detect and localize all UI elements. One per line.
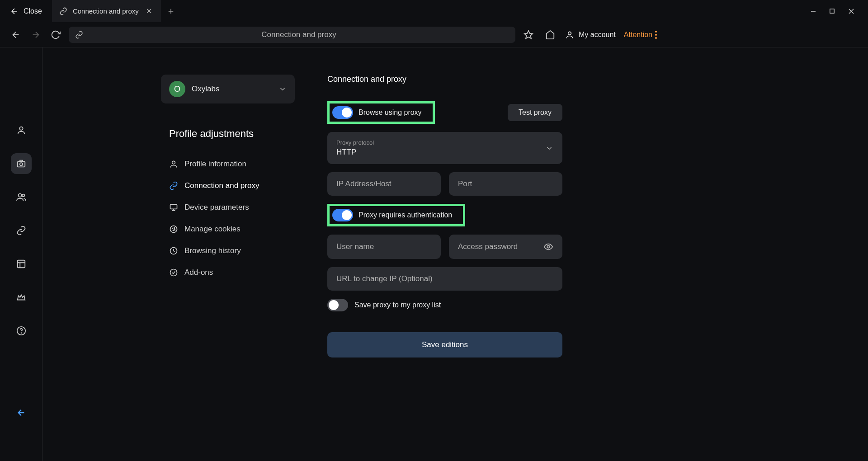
link-icon (16, 226, 26, 235)
svg-point-15 (174, 228, 175, 229)
check-circle-icon (169, 268, 178, 277)
port-input[interactable]: Port (449, 172, 562, 196)
menu-label: Device parameters (184, 203, 249, 212)
reload-button[interactable] (49, 28, 62, 42)
account-label: My account (579, 31, 616, 39)
monitor-icon (169, 203, 178, 212)
window-close-button[interactable] (848, 8, 858, 14)
field-label: Proxy protocol (336, 139, 541, 146)
profile-selector[interactable]: O Oxylabs (161, 75, 295, 103)
svg-point-19 (170, 269, 177, 276)
star-icon (524, 30, 533, 40)
placeholder: URL to change IP (Optional) (336, 274, 433, 283)
ip-address-input[interactable]: IP Address/Host (327, 172, 441, 196)
svg-rect-8 (17, 260, 25, 268)
menu-label: Profile information (184, 160, 246, 169)
svg-rect-4 (17, 161, 25, 167)
users-icon (16, 192, 26, 202)
sidebar-camera[interactable] (11, 153, 32, 174)
svg-rect-0 (830, 9, 834, 13)
menu-history[interactable]: Browsing history (161, 241, 295, 261)
reload-icon (51, 30, 61, 40)
svg-point-5 (19, 163, 22, 165)
favorite-button[interactable] (522, 28, 535, 42)
toggle-label: Browse using proxy (359, 108, 422, 117)
password-input[interactable]: Access password (449, 235, 562, 259)
svg-marker-1 (524, 30, 533, 38)
close-button[interactable]: Close (0, 0, 52, 22)
menu-connection-proxy[interactable]: Connection and proxy (161, 176, 295, 196)
help-icon (16, 326, 26, 336)
svg-point-20 (547, 245, 550, 248)
svg-rect-12 (170, 204, 177, 209)
attention-label: Attention (624, 31, 652, 39)
toggle-label: Save proxy to my proxy list (354, 301, 441, 309)
proxy-auth-highlight: Proxy requires authentication (327, 204, 465, 226)
history-icon (169, 246, 178, 255)
chevron-down-icon (545, 144, 553, 152)
account-button[interactable]: My account (565, 30, 616, 39)
menu-label: Add-ons (184, 268, 213, 277)
sidebar-links[interactable] (11, 220, 32, 241)
menu-device-params[interactable]: Device parameters (161, 198, 295, 217)
sidebar-collapse-button[interactable] (14, 405, 29, 420)
placeholder: User name (336, 242, 374, 251)
svg-point-10 (21, 333, 21, 333)
address-bar[interactable]: Connection and proxy (69, 27, 515, 43)
user-icon (169, 160, 178, 169)
user-icon (16, 125, 26, 135)
crown-icon (16, 292, 26, 302)
address-text: Connection and proxy (89, 30, 509, 39)
attention-button[interactable]: Attention (624, 31, 657, 39)
link-icon (75, 31, 83, 39)
layout-icon (16, 259, 26, 269)
svg-point-11 (172, 161, 175, 164)
svg-point-13 (170, 226, 177, 233)
svg-point-6 (18, 194, 21, 197)
new-tab-button[interactable] (161, 0, 181, 22)
arrow-left-icon (10, 7, 19, 16)
username-input[interactable]: User name (327, 235, 441, 259)
sidebar-layout[interactable] (11, 254, 32, 274)
url-change-ip-input[interactable]: URL to change IP (Optional) (327, 267, 562, 291)
proxy-protocol-select[interactable]: Proxy protocol HTTP (327, 132, 562, 164)
field-value: HTTP (336, 148, 541, 157)
save-to-list-toggle[interactable] (327, 299, 348, 311)
forward-button[interactable] (29, 28, 42, 42)
menu-addons[interactable]: Add-ons (161, 263, 295, 282)
maximize-button[interactable] (829, 8, 839, 14)
cookie-icon (169, 225, 178, 234)
sidebar-profile[interactable] (11, 120, 32, 141)
avatar: O (169, 81, 185, 97)
toggle-label: Proxy requires authentication (359, 211, 452, 219)
show-password-button[interactable] (543, 242, 553, 252)
arrow-left-icon (16, 408, 26, 418)
menu-profile-info[interactable]: Profile information (161, 154, 295, 174)
proxy-auth-toggle[interactable] (332, 209, 353, 221)
placeholder: IP Address/Host (336, 179, 392, 188)
svg-point-3 (19, 127, 23, 130)
test-proxy-button[interactable]: Test proxy (508, 104, 562, 121)
link-icon (169, 181, 178, 190)
browser-tab[interactable]: Connection and proxy ✕ (52, 0, 161, 22)
svg-point-17 (175, 230, 175, 230)
link-icon (59, 7, 67, 15)
save-editions-button[interactable]: Save editions (327, 332, 562, 358)
arrow-right-icon (31, 30, 41, 40)
arrow-left-icon (11, 30, 21, 40)
svg-point-7 (22, 194, 24, 197)
minimize-button[interactable] (810, 8, 820, 14)
profile-name: Oxylabs (192, 85, 272, 94)
sidebar-team[interactable] (11, 187, 32, 207)
browse-using-proxy-toggle[interactable] (332, 106, 353, 119)
user-icon (565, 30, 574, 39)
sidebar-premium[interactable] (11, 287, 32, 308)
back-button[interactable] (9, 28, 23, 42)
plus-icon (167, 7, 175, 15)
placeholder: Port (458, 179, 472, 188)
tab-close-button[interactable]: ✕ (144, 5, 154, 17)
home-button[interactable] (543, 28, 557, 42)
sidebar-help[interactable] (11, 320, 32, 341)
toolbar: Connection and proxy My account Attentio… (0, 22, 868, 47)
menu-cookies[interactable]: Manage cookies (161, 219, 295, 239)
